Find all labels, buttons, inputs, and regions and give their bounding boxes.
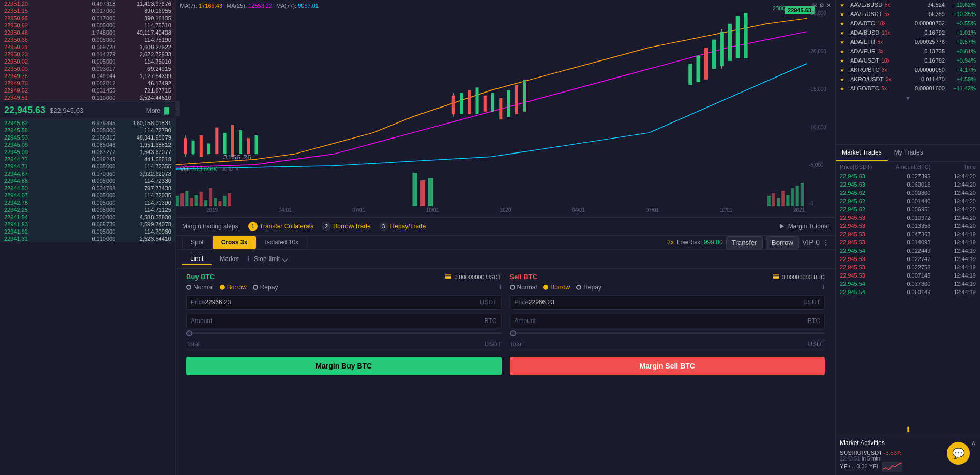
table-row: 22949.78 0.049144 1,127.84399 <box>0 72 175 80</box>
svg-rect-52 <box>786 195 789 206</box>
sell-slider-thumb[interactable] <box>510 330 516 336</box>
borrow-top-button[interactable]: Borrow <box>766 236 799 249</box>
buy-amount-field[interactable]: Amount BTC <box>186 314 502 328</box>
list-item[interactable]: ★ AKRO/BTC 3x 0.00000050 +4.17% <box>836 65 980 74</box>
list-item[interactable]: ★ ADA/BTC 10x 0.00000732 +0.55% <box>836 19 980 28</box>
buy-info-icon[interactable]: ℹ <box>499 284 502 291</box>
table-row: 22941.94 0.200000 4,588.38800 <box>0 213 175 221</box>
table-row: 22,945.54 0.022449 12:44:19 <box>836 247 980 255</box>
radio-dot <box>576 285 581 290</box>
svg-rect-48 <box>767 196 771 206</box>
more-options-icon[interactable]: ⋮ <box>823 239 829 246</box>
tab-market-trades[interactable]: Market Trades <box>836 145 888 161</box>
play-icon <box>780 224 784 229</box>
table-row: 22,945.54 0.060149 12:44:19 <box>836 288 980 296</box>
svg-rect-9 <box>255 135 258 154</box>
sell-repay-radio[interactable]: Repay <box>576 284 601 291</box>
sell-normal-radio[interactable]: Normal <box>510 284 537 291</box>
buy-slider-thumb[interactable] <box>186 330 192 336</box>
screenshot-icon[interactable]: ✉ <box>812 2 817 9</box>
table-row: 22,945.53 0.022756 12:44:19 <box>836 263 980 271</box>
svg-rect-36 <box>190 198 193 206</box>
margin-buy-button[interactable]: Margin Buy BTC <box>186 357 502 375</box>
scroll-down-button[interactable]: ⬇ <box>836 423 980 436</box>
expand-icon[interactable]: ✕ <box>826 2 831 9</box>
tab-my-trades[interactable]: My Trades <box>888 145 929 161</box>
svg-rect-12 <box>697 56 701 83</box>
radio-dot-active <box>543 285 548 290</box>
scroll-down-pairs[interactable]: ▼ <box>836 93 980 103</box>
sell-price-field[interactable]: Price USDT <box>510 295 825 310</box>
sell-borrow-radio[interactable]: Borrow <box>543 284 570 291</box>
buy-amount-row: Amount BTC <box>186 314 502 328</box>
svg-rect-39 <box>204 200 207 206</box>
list-item[interactable]: ★ ADA/ETH 5x 0.00025776 +0.57% <box>836 37 980 47</box>
sell-price-input[interactable] <box>529 299 801 306</box>
transfer-button[interactable]: Transfer <box>726 236 763 249</box>
trade-tabs-group: Spot Cross 3x Isolated 10x <box>182 236 307 249</box>
toggle-chart-button[interactable]: ‹ <box>176 101 180 116</box>
svg-rect-47 <box>428 178 433 206</box>
table-row: 22949.76 0.002012 46.17492 <box>0 80 175 87</box>
tab-isolated[interactable]: Isolated 10x <box>256 236 307 249</box>
sell-info-icon[interactable]: ℹ <box>822 284 825 291</box>
list-item[interactable]: ★ ADA/EUR 3x 0.13735 +0.81% <box>836 47 980 56</box>
svg-rect-24 <box>491 93 494 112</box>
settings-icon[interactable]: ⚙ <box>819 2 824 9</box>
step-2: 2 Borrow/Trade <box>322 222 370 231</box>
table-row: 22945.09 0.085046 1,951.38812 <box>0 141 175 148</box>
buy-borrow-radio[interactable]: Borrow <box>220 284 247 291</box>
table-row: 22942.25 0.005000 114.71125 <box>0 206 175 213</box>
buy-slider[interactable] <box>186 332 502 334</box>
svg-rect-34 <box>180 193 184 206</box>
order-type-limit[interactable]: Limit <box>182 253 212 265</box>
order-type-market[interactable]: Market <box>212 253 247 265</box>
step-2-label[interactable]: Borrow/Trade <box>333 223 370 230</box>
stop-limit-button[interactable]: Stop-limit <box>254 255 287 263</box>
tab-cross[interactable]: Cross 3x <box>213 236 257 249</box>
sell-total-row: Total USDT <box>510 339 825 350</box>
table-row: 22945.53 2.106815 48,341.98679 <box>0 134 175 141</box>
leverage-badge: 3x <box>667 239 674 246</box>
svg-rect-46 <box>420 180 425 206</box>
more-label[interactable]: More <box>146 107 160 114</box>
table-row: 22,945.62 0.001440 12:44:20 <box>836 197 980 205</box>
margin-sell-button[interactable]: Margin Sell BTC <box>510 357 825 375</box>
chart-y-axis: -25,000 -20,000 -15,000 -10,000 -5,000 -… <box>807 0 835 217</box>
buy-slider-row <box>186 332 502 334</box>
buy-price-row: Price USDT <box>186 295 502 310</box>
table-row: 22942.78 0.005000 114.71390 <box>0 199 175 206</box>
list-item[interactable]: ★ ADA/BUSD 10x 0.16792 +1.01% <box>836 28 980 37</box>
list-item[interactable]: ★ AKRO/USDT 3x 0.011470 +4.59% <box>836 74 980 84</box>
list-item[interactable]: ★ AAVE/BUSD 5x 94.524 +10.62% <box>836 0 980 9</box>
star-icon: ★ <box>840 76 850 82</box>
radio-dot <box>510 285 515 290</box>
table-row: 22,945.53 0.010972 12:44:20 <box>836 213 980 222</box>
collapse-icon[interactable]: ∧ <box>971 439 976 447</box>
list-item[interactable]: ★ ALGO/BTC 5x 0.00001600 +11.42% <box>836 84 980 93</box>
svg-rect-20 <box>460 93 463 114</box>
buy-price-field[interactable]: Price USDT <box>186 295 502 310</box>
table-row: 22950.00 0.003017 69.24015 <box>0 65 175 72</box>
chat-button[interactable]: 💬 <box>947 442 970 465</box>
svg-rect-53 <box>791 188 794 206</box>
buy-normal-radio[interactable]: Normal <box>186 284 214 291</box>
step-3-number: 3 <box>379 222 388 231</box>
svg-rect-37 <box>195 195 198 206</box>
buy-repay-radio[interactable]: Repay <box>253 284 278 291</box>
buy-amount-input[interactable] <box>212 317 482 325</box>
list-item[interactable]: ★ AAVE/USDT 5x 94.389 +10.35% <box>836 9 980 19</box>
table-row: 22941.31 0.110000 2,523.54410 <box>0 235 175 242</box>
sell-amount-field[interactable]: Amount BTC <box>510 314 825 328</box>
chart-icons: ✉ ⚙ ✕ <box>812 2 831 9</box>
buy-price-input[interactable] <box>205 299 477 306</box>
sell-slider[interactable] <box>510 332 825 334</box>
table-row: 22945.62 6.979895 160,158.01831 <box>0 119 175 127</box>
market-trades-tabs: Market Trades My Trades <box>836 145 980 162</box>
sell-amount-input[interactable] <box>536 317 806 325</box>
tab-spot[interactable]: Spot <box>182 236 213 249</box>
margin-tutorial-button[interactable]: Margin Tutorial <box>780 223 829 230</box>
list-item[interactable]: ★ ADA/USDT 10x 0.16782 +0.94% <box>836 56 980 65</box>
step-3-label[interactable]: Repay/Trade <box>390 223 426 230</box>
step-1-label[interactable]: Transfer Collaterals <box>260 223 313 230</box>
